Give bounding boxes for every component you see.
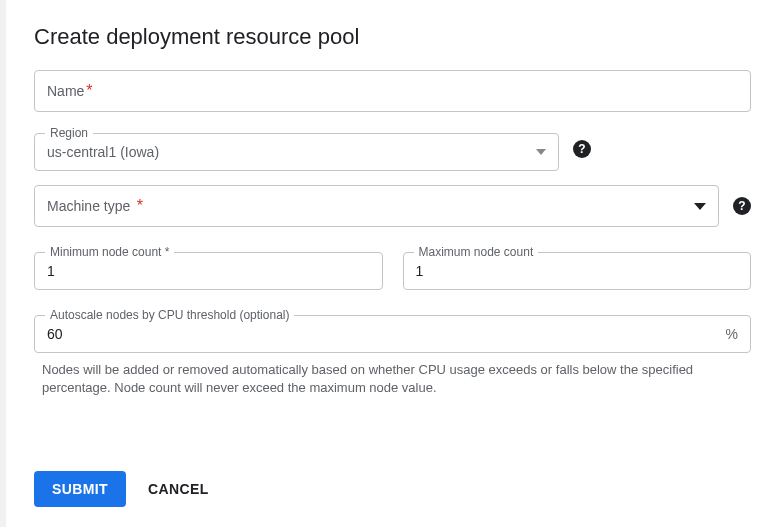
autoscale-field[interactable]: Autoscale nodes by CPU threshold (option… xyxy=(34,308,751,353)
max-node-field[interactable]: Maximum node count xyxy=(403,245,752,290)
machine-type-row: Machine type * ? xyxy=(34,185,751,227)
name-field[interactable]: Name * xyxy=(34,70,751,112)
autoscale-input[interactable] xyxy=(47,326,718,342)
min-node-input[interactable] xyxy=(47,263,370,279)
machine-type-label: Machine type xyxy=(47,198,130,214)
region-select[interactable]: Region us-central1 (Iowa) xyxy=(34,126,559,171)
machine-type-required-asterisk: * xyxy=(137,197,143,214)
autoscale-field-wrap: Autoscale nodes by CPU threshold (option… xyxy=(34,308,751,353)
dialog-footer: SUBMIT CANCEL xyxy=(34,447,751,507)
machine-type-select[interactable]: Machine type * xyxy=(34,185,719,227)
max-node-field-wrap: Maximum node count xyxy=(403,245,752,290)
dropdown-caret-icon xyxy=(536,149,546,155)
name-label: Name xyxy=(47,83,84,99)
submit-button[interactable]: SUBMIT xyxy=(34,471,126,507)
dropdown-caret-icon xyxy=(694,203,706,210)
machine-type-help-icon[interactable]: ? xyxy=(733,197,751,215)
page-title: Create deployment resource pool xyxy=(34,24,751,50)
autoscale-helper-text: Nodes will be added or removed automatic… xyxy=(34,361,751,397)
min-node-field[interactable]: Minimum node count * xyxy=(34,245,383,290)
autoscale-unit: % xyxy=(726,326,738,342)
cancel-button[interactable]: CANCEL xyxy=(148,481,209,497)
min-node-label: Minimum node count * xyxy=(45,245,174,259)
max-node-label: Maximum node count xyxy=(414,245,539,259)
region-row: Region us-central1 (Iowa) ? xyxy=(34,126,751,171)
name-required-asterisk: * xyxy=(86,82,92,100)
min-node-field-wrap: Minimum node count * xyxy=(34,245,383,290)
node-count-row: Minimum node count * Maximum node count xyxy=(34,245,751,290)
form-area: Create deployment resource pool Name * R… xyxy=(34,24,751,447)
region-label: Region xyxy=(45,126,93,140)
create-resource-pool-panel: Create deployment resource pool Name * R… xyxy=(6,0,779,527)
max-node-input[interactable] xyxy=(416,263,739,279)
region-value: us-central1 (Iowa) xyxy=(47,144,159,160)
region-help-icon[interactable]: ? xyxy=(573,140,591,158)
autoscale-label: Autoscale nodes by CPU threshold (option… xyxy=(45,308,294,322)
region-field-wrap: Region us-central1 (Iowa) xyxy=(34,126,559,171)
